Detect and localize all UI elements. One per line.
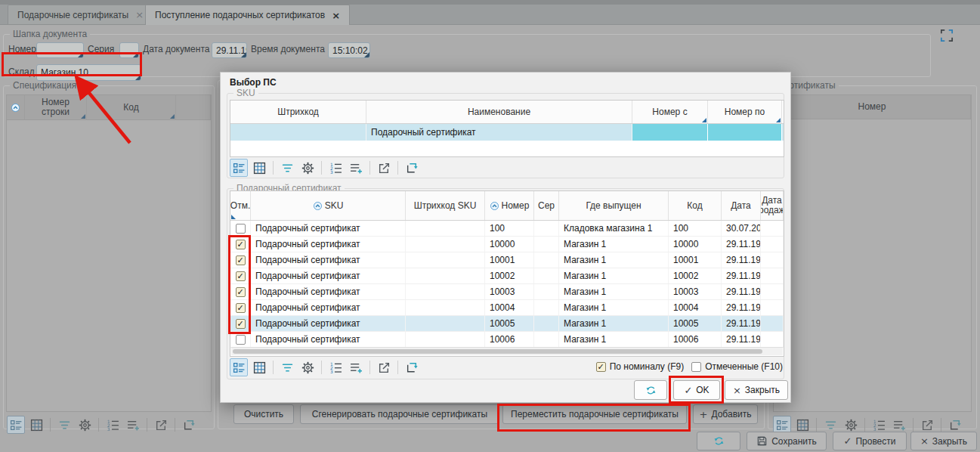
certificate-cell[interactable]: 100 <box>485 221 534 236</box>
horizontal-scrollbar[interactable] <box>231 347 783 355</box>
refresh-rows-icon[interactable] <box>180 416 198 434</box>
certificate-cell[interactable] <box>406 284 485 299</box>
certificate-cell[interactable]: Магазин 1 <box>559 268 669 283</box>
document-time-input[interactable]: 15:10:02 <box>328 42 370 58</box>
certificate-cell[interactable]: 10002 <box>669 268 722 283</box>
column-header[interactable]: SKU <box>251 191 406 220</box>
row-checkbox[interactable]: ✓ <box>236 271 246 281</box>
certificate-cell[interactable] <box>761 300 784 315</box>
open-external-icon[interactable] <box>375 159 393 177</box>
filter-icon[interactable] <box>55 416 73 434</box>
certificate-cell[interactable]: Подарочный сертификат <box>251 252 406 268</box>
certificate-row[interactable]: ✓Подарочный сертификат10001Магазин 11000… <box>230 252 784 268</box>
footer-checkbox[interactable]: Отмеченные (F10) <box>691 361 783 372</box>
scrollbar-thumb[interactable] <box>233 349 762 354</box>
settings-icon[interactable] <box>298 159 317 177</box>
document-date-input[interactable]: 29.11.19 <box>212 42 247 58</box>
tab-gift-certificates-receipt[interactable]: Поступление подарочных сертификатов× <box>145 5 350 25</box>
column-header[interactable]: Номер <box>485 191 534 220</box>
certificate-cell[interactable]: 10003 <box>669 284 722 299</box>
column-header[interactable]: Штрихкод SKU <box>406 191 485 220</box>
tab-gift-certificates[interactable]: Подарочные сертификаты× <box>8 5 153 24</box>
certificate-cell[interactable] <box>761 268 784 283</box>
certificate-cell[interactable]: Подарочный сертификат <box>251 316 406 331</box>
add-row-icon[interactable] <box>347 358 365 376</box>
row-checkbox[interactable]: ✓ <box>236 287 246 297</box>
sku-row[interactable]: Подарочный сертификат <box>230 124 784 141</box>
row-checkbox[interactable]: ✓ <box>236 240 246 249</box>
sku-cell[interactable] <box>230 124 366 141</box>
column-header[interactable]: Код <box>87 95 176 119</box>
certificate-cell[interactable]: 10001 <box>485 252 534 268</box>
column-header[interactable]: Отм. <box>230 191 251 220</box>
column-header[interactable]: Номер <box>774 95 971 119</box>
certificate-cell[interactable] <box>761 252 784 268</box>
certificate-cell[interactable]: Магазин 1 <box>559 316 669 331</box>
certificate-cell[interactable] <box>534 316 559 331</box>
post-button[interactable]: ✓Провести <box>833 432 907 450</box>
certificate-cell[interactable]: 10002 <box>485 268 534 283</box>
generate-certificates-button[interactable]: Сгенерировать подарочные сертификаты <box>300 404 499 424</box>
sku-cell[interactable] <box>632 124 708 141</box>
certificate-cell[interactable] <box>761 332 784 347</box>
certificate-cell[interactable]: Магазин 1 <box>559 332 669 347</box>
certificate-row[interactable]: Подарочный сертификат100Кладовка магазин… <box>230 221 784 237</box>
column-header[interactable]: Штрихкод <box>230 101 366 123</box>
certificate-cell[interactable] <box>406 237 485 252</box>
certificate-cell[interactable]: Подарочный сертификат <box>251 332 406 347</box>
row-checkbox[interactable]: ✓ <box>236 303 246 313</box>
certificate-cell[interactable]: Магазин 1 <box>559 237 669 252</box>
certificate-cell[interactable] <box>534 237 559 252</box>
certificate-cell[interactable] <box>406 268 485 283</box>
certificate-cell[interactable]: 29.11.19 <box>722 237 761 252</box>
window-close-button[interactable]: ×Закрыть <box>910 432 977 450</box>
certificate-cell[interactable] <box>534 268 559 283</box>
series-input[interactable] <box>119 42 139 58</box>
list-view-icon[interactable] <box>7 416 25 434</box>
add-row-icon[interactable] <box>347 159 365 177</box>
row-checkbox[interactable] <box>236 335 246 345</box>
sku-cell[interactable]: Подарочный сертификат <box>366 124 632 141</box>
certificate-cell[interactable]: Магазин 1 <box>559 252 669 268</box>
certificate-cell[interactable] <box>534 332 559 347</box>
certificate-cell[interactable]: 10006 <box>485 332 534 347</box>
certificate-cell[interactable] <box>534 252 559 268</box>
numbered-list-icon[interactable] <box>104 416 122 434</box>
column-header[interactable]: Номер с <box>632 101 708 123</box>
certificate-cell[interactable]: 29.11.19 <box>722 252 761 268</box>
tab-close-icon[interactable]: × <box>135 10 144 20</box>
certificate-cell[interactable]: Подарочный сертификат <box>251 237 406 252</box>
tab-close-icon[interactable]: × <box>332 11 340 20</box>
certificate-cell[interactable]: 10004 <box>485 300 534 315</box>
settings-icon[interactable] <box>298 358 317 376</box>
filter-icon[interactable] <box>278 159 296 177</box>
row-checkbox[interactable]: ✓ <box>236 319 246 329</box>
row-checkbox[interactable] <box>236 224 246 234</box>
fullscreen-icon[interactable] <box>937 27 957 46</box>
certificate-cell[interactable] <box>534 284 559 299</box>
certificate-cell[interactable]: 29.11.19 <box>722 332 761 347</box>
certificate-cell[interactable] <box>406 332 485 347</box>
column-header[interactable]: Номер по <box>708 101 782 123</box>
column-header[interactable]: Где выпущен <box>559 191 669 220</box>
certificate-row[interactable]: ✓Подарочный сертификат10004Магазин 11000… <box>230 300 784 316</box>
certificate-cell[interactable]: Подарочный сертификат <box>251 284 406 299</box>
certificate-cell[interactable]: 10006 <box>669 332 722 347</box>
certificate-row[interactable]: ✓Подарочный сертификат10002Магазин 11000… <box>230 268 784 284</box>
sort-button[interactable] <box>7 95 25 119</box>
footer-checkbox[interactable]: ✓По номиналу (F9) <box>596 361 685 372</box>
certificate-cell[interactable]: 10001 <box>669 252 722 268</box>
certificate-cell[interactable] <box>761 284 784 299</box>
certificate-cell[interactable] <box>406 300 485 315</box>
move-certificates-button[interactable]: Переместить подарочные сертификаты <box>502 404 687 424</box>
certificate-cell[interactable]: Подарочный сертификат <box>251 268 406 283</box>
certificate-cell[interactable] <box>761 237 784 252</box>
ok-button[interactable]: ✓OK <box>673 380 720 400</box>
settings-icon[interactable] <box>76 416 94 434</box>
certificate-cell[interactable]: 10005 <box>669 316 722 331</box>
clear-button[interactable]: Очистить <box>233 404 294 424</box>
certificate-cell[interactable] <box>406 316 485 331</box>
warehouse-input[interactable]: Магазин 10 <box>36 64 141 81</box>
list-view-icon[interactable] <box>230 159 248 177</box>
certificate-row[interactable]: ✓Подарочный сертификат10003Магазин 11000… <box>230 284 784 300</box>
